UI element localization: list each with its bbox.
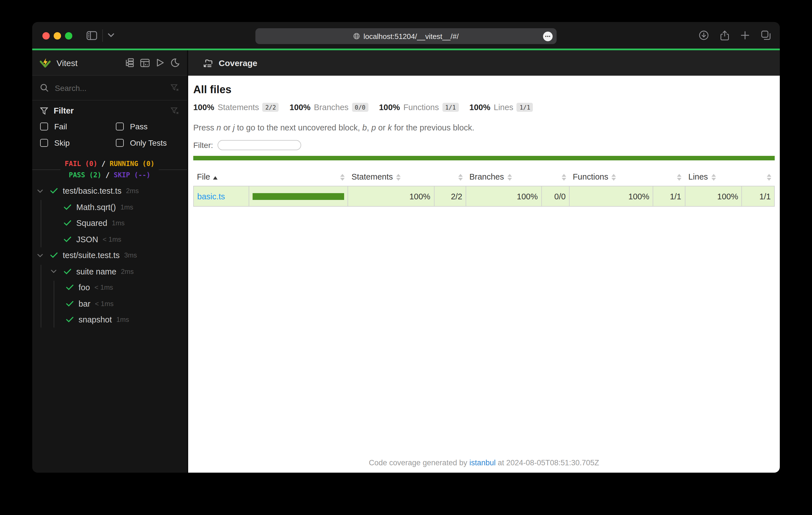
zoom-window-button[interactable] — [65, 32, 72, 39]
pass-check-icon — [50, 188, 58, 194]
pass-check-icon — [64, 269, 71, 274]
checkbox-skip[interactable]: Skip — [40, 138, 116, 147]
checkbox-pass[interactable]: Pass — [116, 122, 179, 131]
sort-icon — [766, 174, 771, 181]
sort-icon — [612, 174, 616, 181]
minimize-window-button[interactable] — [54, 32, 61, 39]
app-title: Vitest — [57, 58, 78, 67]
pass-check-icon — [64, 220, 71, 226]
test-tree: test/basic.test.ts2ms Math.sqrt()1ms Squ… — [32, 183, 187, 473]
pass-check-icon — [64, 237, 71, 242]
sidebar-toggle-icon[interactable] — [86, 31, 97, 40]
checkbox-label: Pass — [130, 122, 147, 131]
filter-panel: Filter Fail — [32, 100, 187, 151]
sort-file-header[interactable]: File — [194, 168, 249, 186]
tree-item-test[interactable]: JSON< 1ms — [32, 231, 187, 247]
sort-icon — [561, 174, 566, 181]
checkbox-box[interactable] — [116, 139, 124, 147]
chevron-down-icon[interactable] — [37, 189, 43, 193]
tree-item-suite[interactable]: suite name2ms — [32, 264, 187, 279]
coverage-content: All files 100%Statements2/2 100%Branches… — [188, 76, 780, 473]
coverage-filter-input[interactable] — [218, 140, 301, 150]
checkbox-fail[interactable]: Fail — [40, 122, 116, 131]
branches-pct-cell: 100% — [466, 186, 541, 206]
sort-icon — [508, 174, 512, 181]
all-files-heading: All files — [193, 84, 775, 96]
coverage-status-bar — [193, 156, 775, 160]
page-settings-button[interactable]: ••• — [543, 31, 553, 41]
sort-icon — [397, 174, 401, 181]
clear-filter-icon[interactable] — [171, 107, 179, 114]
sort-statements-frac-header[interactable] — [434, 168, 466, 186]
globe-icon — [353, 33, 360, 39]
pass-check-icon — [66, 301, 74, 307]
stat-lines: 100%Lines1/1 — [469, 103, 533, 112]
sort-branches-frac-header[interactable] — [541, 168, 569, 186]
lines-pct-cell: 100% — [685, 186, 742, 206]
table-row: basic.ts 100% 2/2 100% 0/0 100% 1/1 100%… — [194, 186, 775, 206]
functions-frac-cell: 1/1 — [653, 186, 685, 206]
sort-lines-header[interactable]: Lines — [685, 168, 742, 186]
stat-functions: 100%Functions1/1 — [379, 103, 459, 112]
filter-title: Filter — [54, 106, 74, 115]
checkbox-label: Skip — [54, 138, 69, 147]
checkbox-label: Fail — [54, 122, 67, 131]
search-input[interactable] — [55, 83, 165, 92]
sort-branches-header[interactable]: Branches — [466, 168, 541, 186]
chevron-down-icon[interactable] — [108, 33, 114, 37]
checkbox-box[interactable] — [40, 123, 48, 130]
tree-item-test[interactable]: Squared1ms — [32, 215, 187, 231]
istanbul-link[interactable]: istanbul — [469, 458, 496, 467]
downloads-icon[interactable] — [699, 30, 708, 40]
coverage-table: File Statements Branches Functions Lines — [193, 168, 775, 207]
chevron-down-icon[interactable] — [51, 270, 57, 274]
sort-icon — [677, 174, 682, 181]
stat-statements: 100%Statements2/2 — [193, 103, 279, 112]
tree-item-test[interactable]: Math.sqrt()1ms — [32, 199, 187, 215]
sort-lines-frac-header[interactable] — [742, 168, 775, 186]
share-icon[interactable] — [721, 30, 729, 40]
sort-functions-header[interactable]: Functions — [569, 168, 653, 186]
sort-icon — [340, 174, 345, 181]
keyboard-hint: Press n or j to go to the next uncovered… — [193, 123, 775, 132]
traffic-lights — [42, 32, 72, 39]
new-tab-icon[interactable] — [741, 31, 749, 39]
summary-line-fail-running: FAIL (0) / RUNNING (0) — [65, 158, 154, 170]
tab-overview-icon[interactable] — [761, 30, 771, 40]
clear-search-filter-icon[interactable] — [171, 84, 179, 91]
expand-tree-icon[interactable] — [124, 58, 134, 67]
dashboard-icon[interactable] — [140, 58, 150, 67]
tree-item-file[interactable]: test/basic.test.ts2ms — [32, 183, 187, 199]
coverage-bar-fill — [252, 193, 344, 200]
summary-line-pass-skip: PASS (2) / SKIP (--) — [65, 170, 154, 181]
url-text: localhost:51204/__vitest__/#/ — [364, 32, 459, 40]
toolbar-divider — [102, 29, 103, 41]
vitest-logo-icon — [39, 57, 51, 68]
checkbox-box[interactable] — [116, 123, 124, 130]
page-title: Coverage — [219, 58, 257, 68]
sort-bar-header[interactable] — [249, 168, 348, 186]
dark-mode-moon-icon[interactable] — [171, 58, 180, 67]
sort-statements-header[interactable]: Statements — [348, 168, 434, 186]
close-window-button[interactable] — [42, 32, 50, 39]
file-link[interactable]: basic.ts — [197, 192, 225, 201]
checkbox-only-tests[interactable]: Only Tests — [116, 138, 179, 147]
sort-functions-frac-header[interactable] — [653, 168, 685, 186]
checkbox-box[interactable] — [40, 139, 48, 147]
tree-item-test[interactable]: foo< 1ms — [32, 279, 187, 296]
filter-label: Filter: — [193, 141, 213, 150]
chevron-down-icon[interactable] — [37, 253, 43, 258]
tree-item-file[interactable]: test/suite.test.ts3ms — [32, 247, 187, 264]
address-bar[interactable]: localhost:51204/__vitest__/#/ ••• — [255, 28, 557, 44]
tree-item-test[interactable]: bar< 1ms — [32, 296, 187, 312]
search-bar — [32, 76, 187, 100]
run-all-icon[interactable] — [156, 58, 165, 67]
statements-frac-cell: 2/2 — [434, 186, 466, 206]
sort-icon — [458, 174, 463, 181]
lines-frac-cell: 1/1 — [742, 186, 775, 206]
tree-item-test[interactable]: snapshot1ms — [32, 312, 187, 328]
table-header-row: File Statements Branches Functions Lines — [194, 168, 775, 186]
test-run-summary: FAIL (0) / RUNNING (0) PASS (2) / SKIP (… — [32, 158, 187, 181]
search-icon — [40, 84, 49, 92]
functions-pct-cell: 100% — [569, 186, 653, 206]
